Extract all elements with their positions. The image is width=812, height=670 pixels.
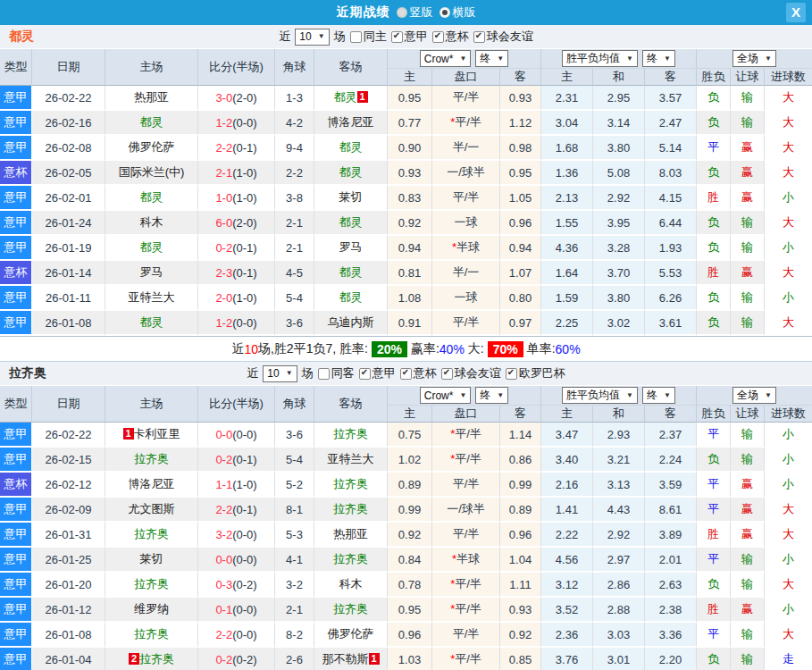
odds-home-cell: 0.78 (388, 573, 432, 598)
halftime-score: (0-0) (232, 628, 256, 641)
away-team-cell: 亚特兰大 (314, 448, 388, 473)
away-team-cell: 都灵 (314, 136, 388, 161)
avg-stage-select[interactable]: 终 ▼ (642, 387, 675, 404)
home-team-cell: 维罗纳 (105, 598, 198, 623)
league-type-cell: 意甲 (0, 523, 32, 548)
home-team-name: 科木 (140, 215, 163, 229)
scope-group-header: 全场 ▼ (697, 386, 812, 406)
avg-draw-cell: 5.08 (593, 161, 645, 186)
score-cell: 1-2(0-0) (198, 311, 275, 336)
home-team-name: 博洛尼亚 (129, 477, 175, 490)
avg-win-cell: 1.41 (541, 498, 593, 523)
fulltime-score: 0-3 (215, 578, 232, 591)
league-type-cell: 意甲 (0, 311, 32, 336)
date-cell: 26-01-25 (32, 548, 105, 573)
avg-odds-select[interactable]: 胜平负均值 ▼ (562, 50, 638, 67)
home-team-name: 都灵 (140, 115, 163, 129)
avg-win-cell: 1.59 (541, 286, 593, 311)
goals-result-cell: 小 (765, 286, 812, 311)
halftime-score: (0-0) (232, 316, 256, 330)
avg-lose-cell: 2.01 (645, 548, 697, 573)
close-icon[interactable]: X (786, 3, 806, 22)
score-cell: 1-0(1-0) (198, 186, 275, 211)
handicap-result-cell: 赢 (731, 473, 765, 498)
section-header-lazio: 拉齐奥 近 10 ▼ 场 同客 意甲 意杯 球会友谊 欧罗巴杯 (0, 362, 812, 386)
col-score: 比分(半场) (198, 49, 275, 86)
goals-result-cell: 小 (765, 598, 812, 623)
table-row: 意甲 26-02-09 尤文图斯 2-2(0-1) 8-1 拉齐奥 0.99 一… (0, 498, 812, 523)
match-count-select[interactable]: 10 ▼ (295, 29, 329, 46)
fulltime-score: 3-2 (215, 528, 232, 541)
halftime-score: (1-0) (232, 166, 256, 180)
handicap-result-cell: 输 (731, 548, 765, 573)
odds-stage-select[interactable]: 终 ▼ (475, 387, 508, 404)
col-avg-draw: 和 (593, 406, 645, 423)
home-team-cell: 拉齐奥 (105, 573, 198, 598)
league-filter-checkbox[interactable]: 欧罗巴杯 (506, 365, 565, 381)
league-filter-checkbox[interactable]: 意杯 (432, 29, 469, 45)
home-team-name: 拉齐奥 (134, 527, 169, 540)
radio-horizontal-layout[interactable]: 横版 (439, 4, 476, 21)
radio-vertical-layout[interactable]: 竖版 (397, 4, 433, 21)
halftime-score: (1-0) (232, 291, 256, 305)
score-cell: 0-3(0-2) (198, 573, 275, 598)
league-filter-label: 欧罗巴杯 (519, 365, 565, 381)
col-avg-lose: 客 (645, 406, 697, 423)
date-cell: 26-01-20 (32, 573, 105, 598)
away-team-name: 拉齐奥 (333, 602, 368, 616)
away-team-name: 科木 (339, 577, 363, 590)
col-away: 客场 (314, 49, 388, 86)
league-filter-checkbox[interactable]: 球会友谊 (441, 365, 501, 381)
handicap-value: 半/一 (453, 265, 480, 279)
league-filter-checkbox[interactable]: 意杯 (400, 365, 437, 381)
checkbox-icon (432, 31, 444, 43)
goals-result-cell: 大 (765, 573, 812, 598)
checkbox-icon (400, 368, 412, 380)
avg-group-header: 胜平负均值 ▼ 终 ▼ (541, 49, 697, 69)
odds-provider-select[interactable]: Crow* ▼ (420, 50, 472, 67)
scope-select[interactable]: 全场 ▼ (732, 50, 776, 67)
corner-cell: 3-6 (275, 311, 314, 336)
match-count-select[interactable]: 10 ▼ (263, 365, 297, 382)
result-cell: 负 (697, 311, 731, 336)
halftime-score: (0-2) (232, 578, 256, 591)
home-team-cell: 罗马 (105, 261, 198, 286)
odds-provider-select[interactable]: Crow* ▼ (420, 387, 472, 404)
league-filter-checkbox[interactable]: 球会友谊 (473, 29, 533, 45)
away-team-name: 都灵 (339, 165, 363, 179)
result-cell: 负 (697, 236, 731, 261)
league-filter-checkbox[interactable]: 意甲 (359, 365, 396, 381)
col-handicap-result: 让球 (731, 406, 765, 423)
score-cell: 0-0(0-0) (198, 423, 275, 448)
odds-home-cell: 0.92 (388, 523, 432, 548)
result-cell: 胜 (697, 523, 731, 548)
result-cell: 胜 (697, 598, 731, 623)
same-venue-checkbox[interactable]: 同主 (350, 29, 387, 45)
score-cell: 0-2(0-2) (198, 648, 275, 670)
handicap-result-cell: 输 (731, 286, 765, 311)
odds-stage-select[interactable]: 终 ▼ (475, 50, 508, 67)
avg-win-cell: 2.22 (541, 523, 593, 548)
odds-away-cell: 1.05 (500, 186, 541, 211)
single-rate-pct: 60% (556, 342, 581, 356)
filter-prefix: 近 (279, 29, 290, 45)
odds-away-cell: 0.97 (500, 311, 541, 336)
handicap-cell: *半球 (432, 548, 500, 573)
table-row: 意甲 26-01-25 莱切 0-0(0-0) 4-1 拉齐奥 0.84 *半球… (0, 548, 812, 573)
avg-lose-cell: 8.61 (645, 498, 697, 523)
avg-stage-select[interactable]: 终 ▼ (642, 50, 675, 67)
home-team-cell: 国际米兰(中) (105, 161, 198, 186)
fulltime-score: 3-0 (215, 91, 232, 105)
league-type-cell: 意甲 (0, 648, 32, 670)
fulltime-score: 2-1 (215, 166, 232, 180)
corner-cell: 1-3 (275, 86, 314, 111)
fulltime-score: 0-2 (215, 653, 232, 666)
league-filter-checkbox[interactable]: 意甲 (391, 29, 428, 45)
handicap-cell: *平/半 (432, 648, 500, 670)
scope-select[interactable]: 全场 ▼ (732, 387, 776, 404)
same-venue-checkbox[interactable]: 同客 (318, 365, 355, 381)
avg-group-header: 胜平负均值 ▼ 终 ▼ (541, 386, 697, 406)
away-team-name: 都灵 (339, 290, 363, 304)
summary-text: 赢率: (411, 341, 439, 357)
avg-odds-select[interactable]: 胜平负均值 ▼ (562, 387, 638, 404)
